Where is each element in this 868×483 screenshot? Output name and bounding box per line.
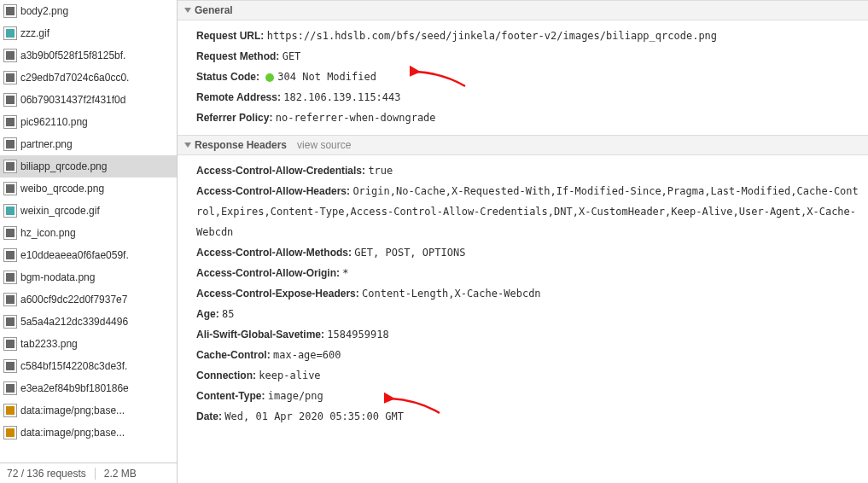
header-row: Request Method: GET <box>196 46 859 67</box>
request-item[interactable]: weixin_qrcode.gif <box>0 200 177 222</box>
header-value: * <box>342 267 348 279</box>
request-name: zzz.gif <box>20 27 50 39</box>
request-item[interactable]: weibo_qrcode.png <box>0 177 177 200</box>
general-section-body: Request URL: https://s1.hdslb.com/bfs/se… <box>178 20 868 135</box>
header-key: Content-Type: <box>196 390 268 402</box>
file-type-icon <box>3 160 17 173</box>
file-type-icon <box>3 315 17 329</box>
header-key: Access-Control-Allow-Origin: <box>196 267 342 279</box>
header-row: Status Code: 304 Not Modified <box>196 67 859 87</box>
header-row: Cache-Control: max-age=600 <box>196 345 859 365</box>
general-title: General <box>195 4 233 16</box>
header-key: Access-Control-Allow-Credentials: <box>196 165 368 177</box>
file-type-icon <box>3 404 17 417</box>
file-type-icon <box>3 204 17 218</box>
request-item[interactable]: a3b9b0f528f15f8125bf. <box>0 44 177 67</box>
request-name: biliapp_qrcode.png <box>20 160 107 172</box>
header-row: Age: 85 <box>196 304 859 324</box>
response-headers-section-header[interactable]: Response Headers view source <box>178 135 868 155</box>
request-name: partner.png <box>20 138 73 150</box>
header-value: image/png <box>268 390 323 402</box>
header-key: Remote Address: <box>196 91 283 103</box>
request-item[interactable]: a600cf9dc22d0f7937e7 <box>0 288 177 311</box>
status-bar: 72 / 136 requests 2.2 MB <box>0 463 177 483</box>
header-key: Ali-Swift-Global-Savetime: <box>196 329 327 340</box>
header-row: Date: Wed, 01 Apr 2020 05:35:00 GMT <box>196 406 859 427</box>
header-key: Access-Control-Allow-Methods: <box>196 247 354 259</box>
file-type-icon <box>3 4 17 18</box>
header-row: Request URL: https://s1.hdslb.com/bfs/se… <box>196 26 859 46</box>
header-value: max-age=600 <box>273 349 341 361</box>
request-item[interactable]: body2.png <box>0 0 177 22</box>
request-item[interactable]: zzz.gif <box>0 22 177 44</box>
request-name: data:image/png;base... <box>20 427 125 439</box>
file-type-icon <box>3 49 17 62</box>
header-key: Date: <box>196 410 224 422</box>
file-type-icon <box>3 137 17 151</box>
header-key: Access-Control-Expose-Headers: <box>196 288 362 300</box>
request-name: c584bf15f42208c3de3f. <box>20 360 127 372</box>
request-name: weibo_qrcode.png <box>20 183 104 195</box>
header-value: no-referrer-when-downgrade <box>276 112 436 124</box>
request-name: hz_icon.png <box>20 227 76 239</box>
request-item[interactable]: e3ea2ef84b9bf180186e <box>0 377 177 399</box>
request-item[interactable]: 5a5a4a212dc339d4496 <box>0 311 177 333</box>
request-name: a3b9b0f528f15f8125bf. <box>20 49 125 61</box>
header-value: 304 Not Modified <box>277 71 376 83</box>
header-value: 1584959918 <box>327 329 388 340</box>
request-name: e3ea2ef84b9bf180186e <box>20 382 129 394</box>
request-item[interactable]: bgm-nodata.png <box>0 266 177 288</box>
view-source-link[interactable]: view source <box>297 139 351 151</box>
request-item[interactable]: data:image/png;base... <box>0 422 177 444</box>
request-item[interactable]: tab2233.png <box>0 333 177 355</box>
header-row: Connection: keep-alive <box>196 365 859 386</box>
file-type-icon <box>3 71 17 84</box>
request-name: e10ddeaeea0f6fae059f. <box>20 249 129 261</box>
divider <box>95 468 96 480</box>
request-item[interactable]: c29edb7d7024c6a0cc0. <box>0 67 177 89</box>
request-item[interactable]: pic962110.png <box>0 111 177 133</box>
header-key: Access-Control-Allow-Headers: <box>196 185 352 197</box>
header-value: Content-Length,X-Cache-Webcdn <box>362 288 541 300</box>
status-dot-icon <box>265 73 274 82</box>
header-row: Access-Control-Allow-Headers: Origin,No-… <box>196 181 859 242</box>
request-item[interactable]: data:image/png;base... <box>0 399 177 422</box>
request-count: 72 / 136 requests <box>7 468 86 480</box>
request-item[interactable]: partner.png <box>0 133 177 155</box>
header-key: Status Code: <box>196 71 262 83</box>
transfer-size: 2.2 MB <box>104 468 137 480</box>
request-name: data:image/png;base... <box>20 404 125 416</box>
file-type-icon <box>3 293 17 306</box>
request-item[interactable]: e10ddeaeea0f6fae059f. <box>0 244 177 266</box>
header-value: true <box>368 165 393 177</box>
header-key: Cache-Control: <box>196 349 273 361</box>
request-item[interactable]: hz_icon.png <box>0 222 177 244</box>
file-type-icon <box>3 26 17 40</box>
request-name: pic962110.png <box>20 116 88 128</box>
request-name: weixin_qrcode.gif <box>20 205 100 217</box>
request-item[interactable]: biliapp_qrcode.png <box>0 155 177 177</box>
file-type-icon <box>3 93 17 107</box>
general-section-header[interactable]: General <box>178 0 868 20</box>
request-name: body2.png <box>20 5 68 17</box>
request-item[interactable]: c584bf15f42208c3de3f. <box>0 355 177 377</box>
request-list-sidebar: body2.pngzzz.gifa3b9b0f528f15f8125bf.c29… <box>0 0 178 483</box>
file-type-icon <box>3 426 17 439</box>
header-row: Access-Control-Allow-Credentials: true <box>196 160 859 181</box>
header-value: 182.106.139.115:443 <box>283 91 400 103</box>
response-headers-title: Response Headers <box>195 139 287 151</box>
file-type-icon <box>3 271 17 284</box>
header-row: Remote Address: 182.106.139.115:443 <box>196 87 859 108</box>
file-type-icon <box>3 359 17 373</box>
header-key: Age: <box>196 308 222 320</box>
header-key: Request Method: <box>196 50 283 62</box>
header-row: Content-Type: image/png <box>196 386 859 406</box>
file-type-icon <box>3 248 17 262</box>
request-list[interactable]: body2.pngzzz.gifa3b9b0f528f15f8125bf.c29… <box>0 0 177 463</box>
chevron-down-icon <box>184 8 191 13</box>
header-value: keep-alive <box>259 370 320 381</box>
file-type-icon <box>3 381 17 395</box>
request-item[interactable]: 06b79031437f2f431f0d <box>0 89 177 111</box>
header-value: GET <box>283 50 301 62</box>
file-type-icon <box>3 226 17 240</box>
